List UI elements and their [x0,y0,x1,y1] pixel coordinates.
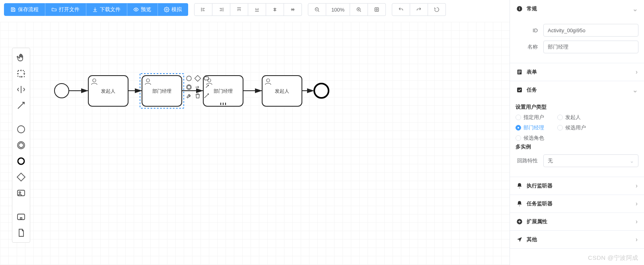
svg-rect-38 [517,88,522,92]
section-title: 扩展属性 [527,218,547,225]
pad-append-event-icon[interactable] [185,75,193,82]
chevron-right-icon: › [636,200,638,207]
palette-end-event[interactable] [14,153,29,169]
chevron-right-icon: › [636,218,638,225]
download-button[interactable]: 下载文件 [86,3,127,16]
bpmn-start-event[interactable] [54,84,69,98]
palette-lasso-tool[interactable] [14,66,29,82]
section-other-header[interactable]: 其他 › [510,231,644,248]
pad-wrench-icon[interactable] [185,92,193,99]
palette-separator [14,201,29,209]
section-task-header[interactable]: 任务 ⌄ [510,81,644,99]
svg-rect-30 [18,214,25,220]
svg-rect-36 [518,72,521,72]
simulate-button[interactable]: 模拟 [158,3,188,16]
palette-start-event[interactable] [14,121,29,137]
align-left-button[interactable] [194,3,212,16]
pad-annotation-icon[interactable] [194,84,201,91]
diagram-canvas[interactable]: 发起人 部门经理 部门经理 发起人 [0,22,510,265]
svg-point-29 [19,192,21,193]
svg-point-6 [54,84,69,98]
task-label: 部门经理 [152,88,171,94]
id-input[interactable] [543,24,638,37]
section-task-listener-header[interactable]: 任务监听器 › [510,195,644,212]
palette-separator [14,113,29,121]
zoom-fit-button[interactable] [368,3,386,16]
align-hcenter-button[interactable] [266,3,284,16]
palette-gateway[interactable] [14,169,29,185]
palette-subprocess[interactable] [14,209,29,225]
align-top-button[interactable] [230,3,248,16]
section-general-header[interactable]: i 常规 ⌄ [510,0,644,18]
palette-data-object[interactable] [14,225,29,241]
chevron-down-icon: ⌄ [632,86,638,94]
user-type-title: 设置用户类型 [516,103,638,111]
radio-initiator[interactable]: 发起人 [557,114,599,121]
open-label: 打开文件 [59,6,80,13]
bpmn-end-event[interactable] [314,84,329,98]
preview-button[interactable]: 预览 [127,3,158,16]
name-label: 名称 [516,43,543,51]
palette-user-task[interactable] [14,185,29,201]
element-palette [12,48,30,243]
align-group [194,3,302,16]
section-extension-header[interactable]: 扩展属性 › [510,213,644,230]
svg-rect-35 [518,71,521,71]
radio-candidate-user[interactable]: 候选用户 [557,124,599,131]
pad-connect-icon[interactable] [203,92,210,99]
zoom-in-button[interactable] [350,3,368,16]
chevron-right-icon: › [636,182,638,189]
open-button[interactable]: 打开文件 [45,3,86,16]
align-right-button[interactable] [212,3,230,16]
palette-space-tool[interactable] [14,82,29,97]
bpmn-task-dept-manager-1[interactable]: 部门经理 [140,74,184,108]
pad-append-intermediate-icon[interactable] [185,84,193,91]
radio-assigned-user[interactable]: 指定用户 [516,114,557,121]
section-form-header[interactable]: 表单 › [510,63,644,81]
user-type-radio-group: 指定用户 发起人 部门经理 候选用户 候选角色 [516,114,638,142]
svg-rect-31 [20,218,22,219]
reset-button[interactable] [428,3,446,16]
radio-candidate-role[interactable]: 候选角色 [516,134,557,142]
pad-change-type-icon[interactable] [203,84,210,91]
svg-point-0 [135,9,137,10]
simulate-label: 模拟 [171,6,182,13]
task-label: 部门经理 [214,88,233,94]
palette-hand-tool[interactable] [14,50,29,66]
redo-button[interactable] [410,3,428,16]
loop-select[interactable]: 无 ⌄ [543,154,638,167]
palette-connect-tool[interactable] [14,97,29,113]
section-exec-listener: 执行监听器 › [510,177,644,195]
section-form: 表单 › [510,63,644,81]
save-button[interactable]: 保存流程 [4,3,45,16]
pad-delete-icon[interactable] [194,92,201,99]
section-general: i 常规 ⌄ ID 名称 [510,0,644,63]
svg-point-23 [18,126,25,133]
pad-append-gateway-icon[interactable] [194,75,201,82]
align-bottom-button[interactable] [248,3,266,16]
chevron-right-icon: › [636,236,638,243]
chevron-down-icon: ⌄ [632,5,638,13]
section-title: 常规 [527,5,537,12]
zoom-out-button[interactable] [308,3,326,16]
svg-text:i: i [519,7,520,11]
svg-point-21 [187,86,191,89]
bpmn-task-initiator-2[interactable]: 发起人 [262,76,302,106]
download-label: 下载文件 [100,6,121,13]
chevron-right-icon: › [636,68,638,76]
svg-rect-5 [376,9,377,10]
section-exec-listener-header[interactable]: 执行监听器 › [510,177,644,195]
palette-intermediate-event[interactable] [14,137,29,153]
section-title: 执行监听器 [527,182,553,189]
radio-dept-manager[interactable]: 部门经理 [516,124,557,131]
pad-append-task-icon[interactable] [203,75,210,82]
bpmn-task-initiator-1[interactable]: 发起人 [88,76,128,106]
svg-rect-4 [375,8,378,11]
section-other: 其他 › [510,231,644,249]
align-vcenter-button[interactable] [284,3,302,16]
section-title: 任务监听器 [527,200,553,207]
id-label: ID [516,27,543,33]
undo-button[interactable] [392,3,410,16]
history-group [392,3,446,16]
name-input[interactable] [543,41,638,53]
